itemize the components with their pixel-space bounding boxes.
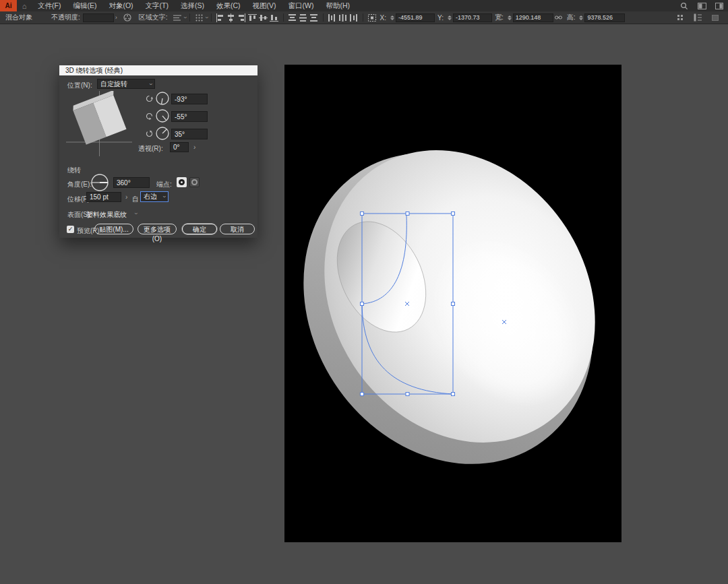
menu-edit[interactable]: 编辑(E) xyxy=(67,0,102,11)
angle-dial[interactable] xyxy=(90,173,109,192)
distribute-h-center-icon[interactable] xyxy=(338,13,348,22)
height-label: 高: xyxy=(567,13,576,22)
dots-menu-icon[interactable] xyxy=(671,12,689,24)
dialog-title[interactable]: 3D 绕转选项 (经典) xyxy=(59,65,257,75)
rotate-y-input[interactable]: -55° xyxy=(171,111,208,122)
menu-object[interactable]: 对象(O) xyxy=(102,0,139,11)
distribute-top-icon[interactable] xyxy=(288,13,297,22)
paragraph-style-chevron[interactable]: › xyxy=(181,17,188,19)
y-label: Y: xyxy=(437,14,444,22)
home-icon[interactable]: ⌂ xyxy=(17,2,32,10)
surface-select[interactable]: 塑料效果底纹 xyxy=(86,210,127,220)
align-left-icon[interactable] xyxy=(216,13,225,22)
area-type-label: 区域文字: xyxy=(139,13,168,22)
map-art-button[interactable]: 贴图(M)... xyxy=(94,224,133,234)
align-bottom-icon[interactable] xyxy=(270,13,279,22)
menu-effect[interactable]: 效果(C) xyxy=(210,0,247,11)
height-stepper[interactable] xyxy=(579,15,583,20)
properties-panel-icon[interactable] xyxy=(689,12,706,24)
rotate-x-dial[interactable] xyxy=(155,91,170,106)
x-input[interactable]: -4551.89 xyxy=(396,13,435,22)
position-select[interactable]: 自定旋转 › xyxy=(97,79,155,89)
control-bar: 混合对象 不透明度: › 区域文字: › › X: -4551.89 Y: -1… xyxy=(0,11,728,24)
cap-label: 端点: xyxy=(156,180,172,189)
revolve-options-dialog: 3D 绕转选项 (经典) 位置(N): 自定旋转 › -93° -55° xyxy=(59,65,257,238)
position-select-value: 自定旋转 xyxy=(100,79,127,89)
x-stepper[interactable] xyxy=(390,15,394,20)
width-input[interactable]: 1290.148 xyxy=(513,13,553,22)
position-select-chevron: › xyxy=(148,83,154,85)
menu-help[interactable]: 帮助(H) xyxy=(320,0,357,11)
perspective-label: 透视(R): xyxy=(138,144,163,154)
distribute-left-icon[interactable] xyxy=(328,13,337,22)
width-stepper[interactable] xyxy=(508,15,512,20)
distribute-bottom-icon[interactable] xyxy=(309,13,319,22)
offset-from-select[interactable]: 右边 › xyxy=(140,191,169,202)
height-input[interactable]: 9378.526 xyxy=(584,13,625,22)
y-stepper[interactable] xyxy=(448,15,452,20)
align-h-center-icon[interactable] xyxy=(226,13,236,22)
track-cube xyxy=(71,91,128,145)
menu-view[interactable]: 视图(V) xyxy=(247,0,282,11)
opacity-chevron[interactable]: › xyxy=(115,14,117,21)
offset-from-label: 自 xyxy=(132,195,139,204)
preview-checkbox[interactable]: ✓ xyxy=(67,226,74,233)
width-label: 宽: xyxy=(495,13,504,22)
rotate-z-icon xyxy=(146,130,153,137)
cap-solid-button[interactable] xyxy=(177,177,187,187)
transform-reference-icon[interactable] xyxy=(367,13,377,22)
opacity-input[interactable] xyxy=(83,13,114,22)
perspective-chevron[interactable]: › xyxy=(193,143,195,151)
align-top-icon[interactable] xyxy=(248,13,257,22)
cap-hollow-button[interactable] xyxy=(189,177,200,187)
illustrator-logo: Ai xyxy=(0,0,17,11)
offset-input[interactable]: 150 pt xyxy=(86,192,121,202)
rotate-x-input[interactable]: -93° xyxy=(171,94,208,104)
menu-bar: Ai ⌂ 文件(F) 编辑(E) 对象(O) 文字(T) 选择(S) 效果(C)… xyxy=(0,0,728,11)
cancel-button[interactable]: 取消 xyxy=(220,224,255,234)
distribute-v-center-icon[interactable] xyxy=(299,13,308,22)
rotate-y-icon xyxy=(146,112,153,120)
artboard-canvas xyxy=(284,65,621,542)
rotate-z-dial[interactable] xyxy=(155,126,170,141)
workspace-switcher-icon[interactable] xyxy=(693,0,710,11)
offset-from-value: 右边 xyxy=(144,192,157,201)
context-object-label: 混合对象 xyxy=(5,13,32,22)
menu-file[interactable]: 文件(F) xyxy=(32,0,67,11)
constrain-proportions-icon[interactable] xyxy=(553,12,564,24)
perspective-input[interactable]: 0° xyxy=(170,142,189,152)
rotate-y-dial[interactable] xyxy=(155,108,170,123)
artboard[interactable] xyxy=(284,65,621,542)
distribute-right-icon[interactable] xyxy=(349,13,359,22)
panel-box-icon[interactable] xyxy=(706,12,724,24)
x-label: X: xyxy=(380,14,386,22)
angle-label: 角度(E): xyxy=(67,180,92,189)
position-label: 位置(N): xyxy=(67,81,92,90)
rotate-x-icon xyxy=(146,95,153,102)
angle-input[interactable]: 360° xyxy=(113,177,150,188)
more-options-button[interactable]: 更多选项(O) xyxy=(138,224,177,234)
opacity-label: 不透明度: xyxy=(51,13,80,22)
offset-chevron[interactable]: › xyxy=(125,193,127,201)
align-right-icon[interactable] xyxy=(237,13,247,22)
menu-select[interactable]: 选择(S) xyxy=(175,0,210,11)
revolve-section-label: 绕转 xyxy=(67,166,81,175)
align-v-center-icon[interactable] xyxy=(259,13,268,22)
recolor-artwork-icon[interactable] xyxy=(119,12,136,24)
menu-type[interactable]: 文字(T) xyxy=(140,0,175,11)
rotate-z-input[interactable]: 35° xyxy=(171,129,208,139)
surface-select-chevron[interactable]: › xyxy=(133,213,140,215)
ok-button[interactable]: 确定 xyxy=(182,224,217,234)
menu-window[interactable]: 窗口(W) xyxy=(282,0,320,11)
arrange-documents-icon[interactable] xyxy=(710,0,728,11)
y-input[interactable]: -1370.73 xyxy=(453,13,492,22)
offset-from-chevron: › xyxy=(161,196,168,198)
grid-options-chevron[interactable]: › xyxy=(203,17,210,19)
search-icon[interactable] xyxy=(675,0,693,11)
track-cube-preview[interactable] xyxy=(66,91,132,156)
